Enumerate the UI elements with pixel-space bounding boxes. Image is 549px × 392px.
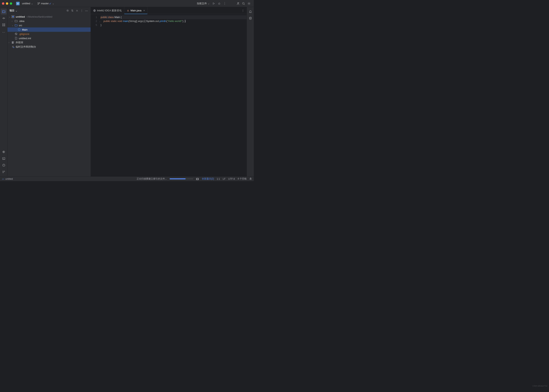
tree-folder-idea[interactable]: › .idea (7, 19, 91, 23)
show-all-link[interactable]: 全部显示(2) (202, 177, 214, 181)
project-panel-title[interactable]: 项目 ⌄ (9, 9, 17, 12)
svg-point-17 (4, 171, 5, 172)
svg-rect-11 (4, 25, 5, 26)
line-number: 5 (91, 23, 101, 27)
status-project-label[interactable]: untitled (5, 178, 13, 180)
chevron-right-icon: › (9, 42, 11, 44)
svg-point-15 (3, 171, 3, 172)
editor-code-area[interactable]: public class Main { public static void m… (101, 14, 247, 176)
commit-tool-button[interactable] (1, 15, 7, 21)
chevron-down-icon: ⌄ (15, 9, 17, 12)
settings-button[interactable] (246, 1, 252, 6)
tab-main-java[interactable]: Main.java × (124, 7, 148, 14)
line-number: 2› (91, 19, 101, 23)
tab-options-button[interactable]: ⋮ (241, 8, 245, 13)
run-button[interactable] (211, 1, 217, 6)
more-actions-button[interactable]: ⋮ (222, 1, 227, 6)
project-selector[interactable]: untitled ⌄ (21, 1, 34, 6)
window-controls[interactable] (2, 2, 12, 5)
problems-tool-button[interactable] (1, 162, 7, 168)
line-number: 1 (91, 15, 101, 19)
select-opened-file-button[interactable] (65, 8, 70, 13)
cursor-position-label[interactable]: 1:1 (217, 178, 220, 180)
panel-options-button[interactable]: ⋮ (80, 8, 84, 13)
collapse-all-button[interactable]: ⤫ (75, 8, 79, 13)
svg-point-4 (238, 2, 239, 3)
tree-file-gitignore[interactable]: .gitignore (7, 32, 91, 36)
project-name-label: untitled (22, 2, 30, 5)
tree-item-label: src (19, 24, 22, 27)
svg-rect-28 (250, 179, 251, 180)
branch-name-label: master (41, 2, 49, 5)
close-tab-icon[interactable]: × (143, 9, 145, 12)
debug-button[interactable] (217, 1, 222, 6)
tree-scratches[interactable]: 临时文件和控制台 (7, 45, 91, 49)
ignore-icon (14, 32, 18, 35)
java-class-icon (127, 9, 129, 12)
globe-icon (93, 9, 96, 12)
editor-gutter[interactable]: 1 2› 5 (91, 14, 101, 176)
tree-file-main[interactable]: C Main (7, 28, 91, 32)
tab-label: Main.java (131, 9, 141, 12)
chevron-down-icon: ⌄ (52, 2, 54, 5)
module-indicator-icon: ▭ (2, 178, 4, 180)
branch-selector[interactable]: master ↙ ⌄ (36, 1, 56, 6)
tree-file-iml[interactable]: untitled.iml (7, 36, 91, 40)
run-config-label: 当前文件 (197, 2, 207, 5)
encoding-label[interactable]: UTF-8 (228, 178, 235, 180)
svg-point-16 (3, 172, 3, 173)
expand-all-button[interactable]: ⇅ (70, 8, 75, 13)
structure-tool-button[interactable] (1, 22, 7, 28)
minimize-window-icon[interactable] (6, 2, 8, 5)
line-ending-label[interactable]: LF (223, 178, 225, 180)
svg-text:C: C (19, 29, 20, 31)
module-icon (11, 15, 14, 18)
svg-rect-9 (4, 24, 5, 25)
svg-rect-21 (12, 16, 14, 17)
lock-icon[interactable] (249, 177, 252, 180)
library-icon (11, 41, 14, 44)
tree-external-libs[interactable]: › 外部库 (7, 40, 91, 45)
hide-panel-button[interactable]: — (84, 8, 89, 13)
tree-item-label: Main (22, 28, 28, 31)
terminal-tool-button[interactable] (1, 156, 7, 161)
svg-point-2 (39, 2, 40, 3)
run-config-selector[interactable]: 当前文件 ⌄ (196, 1, 211, 6)
pause-indexing-button[interactable]: ❚❚ (196, 177, 199, 181)
svg-point-25 (13, 47, 14, 48)
class-icon: C (18, 28, 21, 31)
tab-label: IntelliJ IDEA 最新变化 (97, 9, 122, 12)
chevron-down-icon: ⌄ (208, 2, 210, 5)
close-window-icon[interactable] (2, 2, 4, 5)
folder-icon (14, 19, 18, 22)
code-with-me-button[interactable] (235, 1, 241, 6)
search-button[interactable] (241, 1, 246, 6)
project-tool-button[interactable] (1, 9, 7, 14)
more-tools-button[interactable]: … (1, 29, 7, 35)
incoming-arrow-icon: ↙ (49, 2, 51, 5)
svg-point-0 (38, 2, 39, 3)
maximize-window-icon[interactable] (10, 2, 12, 5)
indent-label[interactable]: 4 个空格 (238, 177, 247, 181)
tree-root-label: untitled (16, 15, 25, 18)
tree-folder-src[interactable]: ⌄ src (7, 23, 91, 28)
services-tool-button[interactable] (1, 149, 7, 155)
chevron-down-icon: ⌄ (12, 24, 14, 27)
svg-point-6 (249, 3, 249, 4)
svg-rect-8 (3, 24, 3, 25)
database-tool-button[interactable] (247, 15, 253, 21)
svg-point-27 (249, 17, 251, 18)
git-branch-icon (37, 2, 40, 5)
svg-point-3 (219, 3, 220, 4)
tab-whatsnew[interactable]: IntelliJ IDEA 最新变化 (91, 7, 124, 14)
svg-point-19 (67, 10, 68, 11)
chevron-right-icon: › (12, 20, 14, 22)
status-scan-label: 正在扫描要建立索引的文件... (137, 177, 167, 181)
git-tool-button[interactable] (1, 169, 7, 175)
scratch-icon (11, 45, 14, 49)
tree-root[interactable]: ⌄ untitled ~/Work/wx/fanli/untitled (7, 14, 91, 19)
indexing-progress-bar[interactable] (170, 178, 193, 179)
tree-item-label: .gitignore (19, 33, 29, 35)
notifications-button[interactable] (247, 9, 253, 14)
svg-rect-10 (3, 25, 3, 26)
